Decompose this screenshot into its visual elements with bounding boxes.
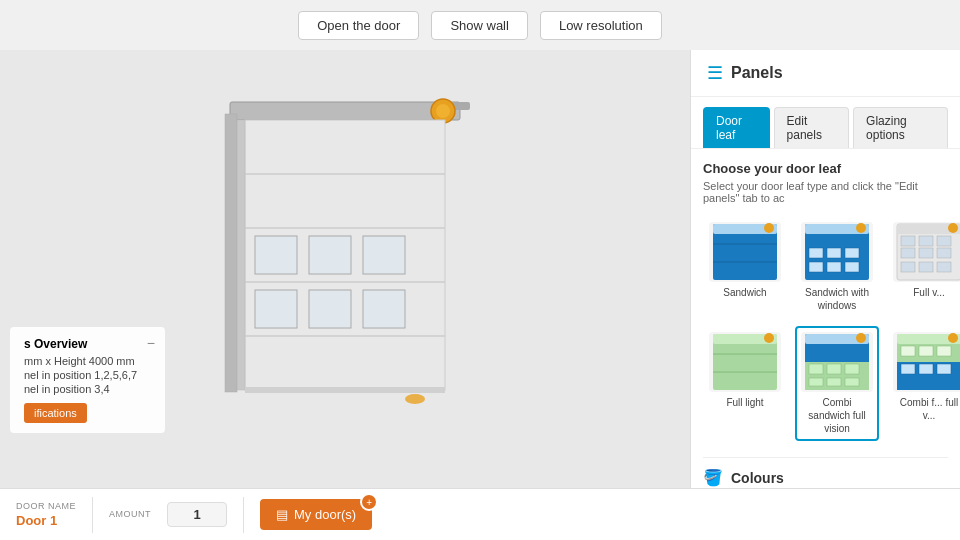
svg-rect-70 bbox=[937, 346, 951, 356]
svg-rect-31 bbox=[809, 262, 823, 272]
svg-rect-18 bbox=[225, 114, 237, 392]
svg-rect-43 bbox=[937, 248, 951, 258]
my-doors-badge: + bbox=[360, 493, 378, 511]
svg-rect-10 bbox=[309, 236, 351, 274]
svg-rect-38 bbox=[901, 236, 915, 246]
my-doors-icon: ▤ bbox=[276, 507, 288, 522]
svg-rect-41 bbox=[901, 248, 915, 258]
svg-rect-42 bbox=[919, 248, 933, 258]
svg-rect-44 bbox=[901, 262, 915, 272]
section-subtitle: Select your door leaf type and click the… bbox=[703, 180, 948, 204]
svg-point-3 bbox=[436, 104, 450, 118]
panel-content: Choose your door leaf Select your door l… bbox=[691, 149, 960, 488]
panels-icon: ☰ bbox=[707, 62, 723, 84]
leaf-thumb-sandwich-windows bbox=[801, 222, 873, 282]
leaf-label-combi-full: Combi f... full v... bbox=[893, 396, 960, 422]
svg-point-75 bbox=[948, 333, 958, 343]
svg-rect-30 bbox=[845, 248, 859, 258]
leaf-card-sandwich[interactable]: Sandwich bbox=[703, 216, 787, 318]
svg-point-53 bbox=[764, 333, 774, 343]
leaf-thumb-combi-full bbox=[893, 332, 960, 392]
tab-glazing-options[interactable]: Glazing options bbox=[853, 107, 948, 148]
svg-rect-12 bbox=[255, 290, 297, 328]
open-door-button[interactable]: Open the door bbox=[298, 11, 419, 40]
door-name-field: DOOR NAME Door 1 bbox=[16, 501, 76, 528]
svg-point-47 bbox=[948, 223, 958, 233]
leaf-thumb-full-light bbox=[709, 332, 781, 392]
amount-field: AMOUNT bbox=[109, 509, 151, 521]
svg-rect-33 bbox=[845, 262, 859, 272]
amount-label: AMOUNT bbox=[109, 509, 151, 519]
svg-rect-74 bbox=[937, 364, 951, 374]
leaf-label-combi-sandwich: Combi sandwich full vision bbox=[801, 396, 873, 435]
door-svg bbox=[215, 94, 475, 424]
leaf-label-sandwich: Sandwich bbox=[723, 286, 766, 299]
leaf-thumb-sandwich bbox=[709, 222, 781, 282]
leaf-card-combi-sandwich[interactable]: Combi sandwich full vision bbox=[795, 326, 879, 441]
svg-rect-32 bbox=[827, 262, 841, 272]
svg-rect-11 bbox=[363, 236, 405, 274]
leaf-label-full-v: Full v... bbox=[913, 286, 944, 299]
specifications-button[interactable]: ifications bbox=[24, 403, 87, 423]
svg-rect-45 bbox=[919, 262, 933, 272]
leaf-label-sandwich-windows: Sandwich with windows bbox=[801, 286, 873, 312]
svg-rect-29 bbox=[827, 248, 841, 258]
svg-rect-72 bbox=[901, 364, 915, 374]
leaf-card-full-v[interactable]: Full v... bbox=[887, 216, 960, 318]
footer-bar: DOOR NAME Door 1 AMOUNT 1 ▤ My door(s) + bbox=[0, 488, 960, 540]
info-overlay: − s Overview mm x Height 4000 mm nel in … bbox=[10, 327, 165, 433]
right-panel: ☰ Panels Door leaf Edit panels Glazing o… bbox=[690, 50, 960, 488]
door-name-label: DOOR NAME bbox=[16, 501, 76, 511]
svg-rect-58 bbox=[809, 364, 823, 374]
door-3d-visual bbox=[215, 94, 475, 424]
leaf-thumb-combi-sandwich bbox=[801, 332, 873, 392]
main-area: − s Overview mm x Height 4000 mm nel in … bbox=[0, 50, 960, 488]
svg-rect-73 bbox=[919, 364, 933, 374]
leaf-thumb-full-v bbox=[893, 222, 960, 282]
panel-header: ☰ Panels bbox=[691, 50, 960, 97]
tab-door-leaf[interactable]: Door leaf bbox=[703, 107, 770, 148]
leaf-card-full-light[interactable]: Full light bbox=[703, 326, 787, 441]
svg-point-34 bbox=[856, 223, 866, 233]
amount-stepper[interactable]: 1 bbox=[167, 502, 227, 527]
section-title: Choose your door leaf bbox=[703, 161, 948, 176]
info-line-2: nel in position 1,2,5,6,7 bbox=[24, 369, 151, 381]
low-resolution-button[interactable]: Low resolution bbox=[540, 11, 662, 40]
svg-rect-46 bbox=[937, 262, 951, 272]
leaf-card-combi-full[interactable]: Combi f... full v... bbox=[887, 326, 960, 441]
colours-icon: 🪣 bbox=[703, 468, 723, 487]
svg-rect-59 bbox=[827, 364, 841, 374]
door-viewer: − s Overview mm x Height 4000 mm nel in … bbox=[0, 50, 690, 488]
info-line-1: mm x Height 4000 mm bbox=[24, 355, 151, 367]
my-doors-button[interactable]: ▤ My door(s) + bbox=[260, 499, 372, 530]
svg-rect-9 bbox=[255, 236, 297, 274]
svg-rect-13 bbox=[309, 290, 351, 328]
door-name-value: Door 1 bbox=[16, 513, 76, 528]
svg-point-17 bbox=[405, 394, 425, 404]
tab-edit-panels[interactable]: Edit panels bbox=[774, 107, 849, 148]
leaf-label-full-light: Full light bbox=[726, 396, 763, 409]
svg-rect-14 bbox=[363, 290, 405, 328]
panel-title: Panels bbox=[731, 64, 783, 82]
info-line-3: nel in position 3,4 bbox=[24, 383, 151, 395]
colours-section: 🪣 Colours bbox=[703, 457, 948, 487]
svg-rect-28 bbox=[809, 248, 823, 258]
svg-rect-16 bbox=[245, 387, 445, 393]
svg-rect-61 bbox=[809, 378, 823, 386]
show-wall-button[interactable]: Show wall bbox=[431, 11, 528, 40]
svg-rect-39 bbox=[919, 236, 933, 246]
colours-label: Colours bbox=[731, 470, 784, 486]
tabs-row: Door leaf Edit panels Glazing options bbox=[691, 97, 960, 149]
my-doors-label: My door(s) bbox=[294, 507, 356, 522]
svg-rect-60 bbox=[845, 364, 859, 374]
svg-rect-62 bbox=[827, 378, 841, 386]
info-minimize-button[interactable]: − bbox=[147, 335, 155, 351]
leaf-grid: Sandwich bbox=[703, 216, 948, 441]
svg-point-24 bbox=[764, 223, 774, 233]
footer-divider-2 bbox=[243, 497, 244, 533]
info-title: s Overview bbox=[24, 337, 151, 351]
svg-rect-63 bbox=[845, 378, 859, 386]
leaf-card-sandwich-windows[interactable]: Sandwich with windows bbox=[795, 216, 879, 318]
top-bar: Open the door Show wall Low resolution bbox=[0, 0, 960, 50]
svg-rect-68 bbox=[901, 346, 915, 356]
